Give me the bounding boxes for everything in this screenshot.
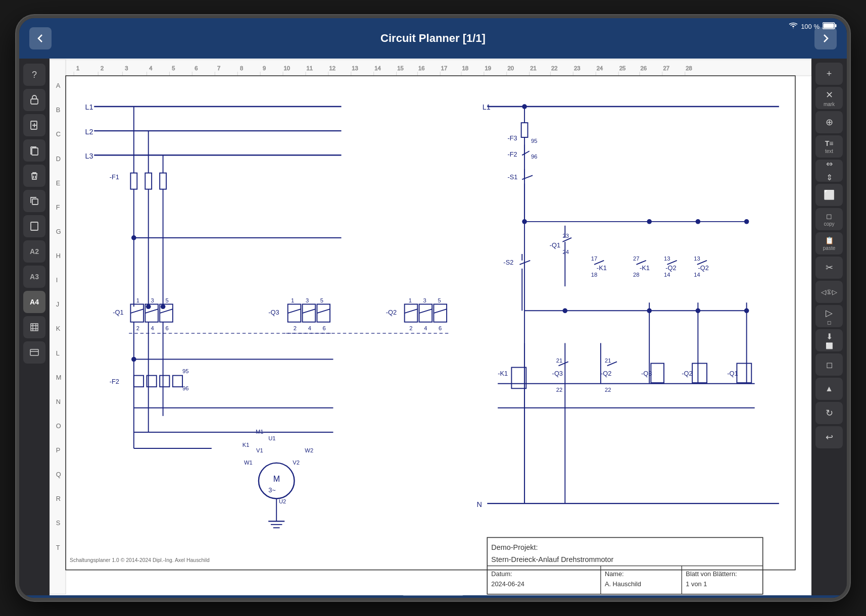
- svg-text:I: I: [56, 276, 58, 284]
- back-button[interactable]: [29, 27, 52, 49]
- svg-text:20: 20: [507, 65, 513, 71]
- battery-text: 100 %: [801, 23, 820, 30]
- svg-text:7: 7: [217, 65, 220, 71]
- svg-text:22: 22: [556, 387, 562, 393]
- align-down-button[interactable]: ⬇ ⬜: [815, 329, 843, 351]
- left-sidebar: ?: [19, 59, 50, 595]
- svg-text:-Q1: -Q1: [113, 309, 123, 316]
- svg-point-250: [522, 219, 527, 224]
- svg-text:26: 26: [641, 65, 647, 71]
- align-frame-icon: ⬜: [826, 342, 833, 349]
- svg-text:14: 14: [694, 272, 700, 278]
- svg-text:2: 2: [294, 325, 297, 331]
- frame-icon: ⬜: [824, 189, 835, 200]
- svg-text:Q: Q: [56, 471, 61, 478]
- svg-text:H: H: [56, 252, 61, 260]
- svg-text:G: G: [56, 228, 61, 235]
- svg-rect-5: [32, 148, 38, 155]
- svg-point-249: [131, 357, 136, 362]
- mark-label: mark: [824, 101, 835, 107]
- svg-point-259: [161, 304, 166, 309]
- copy-button[interactable]: ◻ copy: [815, 208, 843, 230]
- duplicate-button[interactable]: [23, 190, 45, 212]
- cut-button[interactable]: ✂: [815, 256, 843, 279]
- copy-icon: ◻: [826, 212, 832, 220]
- svg-text:-Q2: -Q2: [601, 370, 611, 377]
- svg-text:6: 6: [195, 65, 198, 71]
- circle-plus-icon: ⊕: [826, 117, 833, 128]
- circle-add-button[interactable]: ⊕: [815, 111, 843, 133]
- delete-button[interactable]: [23, 165, 45, 187]
- svg-text:28: 28: [686, 65, 692, 71]
- svg-text:4: 4: [151, 325, 154, 331]
- add-page-button[interactable]: [23, 114, 45, 136]
- svg-text:4: 4: [424, 325, 427, 331]
- svg-text:2: 2: [136, 325, 139, 331]
- svg-point-254: [744, 309, 749, 314]
- svg-text:28: 28: [633, 272, 639, 278]
- back-arrow-button[interactable]: ↩: [815, 426, 843, 448]
- svg-text:3~: 3~: [268, 486, 276, 494]
- svg-text:V1: V1: [256, 447, 263, 453]
- svg-text:22: 22: [605, 387, 611, 393]
- svg-text:12: 12: [329, 65, 335, 71]
- mark-button[interactable]: ✕ mark: [815, 87, 843, 109]
- svg-text:D: D: [56, 155, 61, 163]
- layout-button[interactable]: [23, 341, 45, 364]
- svg-text:-Q2: -Q2: [682, 370, 692, 377]
- svg-text:13: 13: [664, 255, 670, 262]
- svg-text:C: C: [56, 130, 61, 138]
- expand-right-button[interactable]: ▷ ◻: [815, 305, 843, 327]
- svg-rect-7: [31, 222, 38, 230]
- svg-text:-Q1: -Q1: [727, 370, 738, 377]
- svg-text:P: P: [56, 446, 61, 454]
- svg-text:A. Hauschild: A. Hauschild: [605, 580, 641, 588]
- svg-text:-Q1: -Q1: [550, 241, 560, 249]
- svg-text:B: B: [56, 106, 61, 114]
- svg-text:-Q3: -Q3: [268, 309, 279, 316]
- small-square-button[interactable]: ◻: [815, 353, 843, 376]
- svg-rect-9: [30, 349, 38, 355]
- help-button[interactable]: ?: [23, 64, 45, 86]
- mark-icon: ✕: [826, 89, 833, 100]
- a2-button[interactable]: A2: [23, 240, 45, 263]
- rotate-button[interactable]: ↻: [815, 402, 843, 424]
- svg-text:W2: W2: [305, 447, 313, 453]
- canvas-area[interactable]: 1 2 3 4 5 6 7 8 9 10 11 12 13 14 15 16 1: [50, 59, 811, 595]
- paste-label: paste: [823, 245, 835, 251]
- a3-button[interactable]: A3: [23, 266, 45, 288]
- svg-text:-K1: -K1: [640, 264, 650, 272]
- svg-text:U2: U2: [279, 498, 286, 504]
- main-area: ?: [19, 59, 847, 595]
- svg-text:E: E: [56, 179, 61, 187]
- svg-text:3: 3: [423, 297, 426, 303]
- copy-page-button[interactable]: [23, 139, 45, 162]
- svg-text:4: 4: [308, 325, 311, 331]
- svg-text:U1: U1: [268, 435, 275, 441]
- tablet: 100 % Circuit Planner [1/1]: [16, 15, 850, 601]
- home-indicator: [403, 593, 463, 596]
- svg-text:18: 18: [462, 65, 468, 71]
- frame-button[interactable]: ⬜: [815, 184, 843, 206]
- blank-page-button[interactable]: [23, 215, 45, 237]
- back-arrow-icon: ↩: [826, 432, 833, 443]
- svg-text:5: 5: [320, 297, 323, 303]
- align-down-icon: ⬇: [826, 332, 833, 341]
- svg-text:2: 2: [101, 65, 104, 71]
- triangle-up-button[interactable]: ▲: [815, 378, 843, 400]
- text-button[interactable]: T≡ text: [815, 135, 843, 158]
- lock-button[interactable]: [23, 89, 45, 111]
- paste-button[interactable]: 📋 paste: [815, 232, 843, 254]
- small-square-icon: ◻: [826, 360, 833, 370]
- svg-text:-F2: -F2: [110, 378, 119, 385]
- svg-rect-3: [31, 99, 38, 104]
- a4-button[interactable]: A4: [23, 291, 45, 313]
- svg-text:-S1: -S1: [507, 173, 517, 181]
- grid-button[interactable]: [23, 316, 45, 338]
- resize-button[interactable]: ⇔ ⇕: [815, 160, 843, 182]
- add-element-button[interactable]: +: [815, 63, 843, 85]
- svg-text:95: 95: [531, 138, 537, 144]
- copy-label: copy: [824, 221, 834, 227]
- svg-text:-F1: -F1: [110, 173, 119, 181]
- number-button[interactable]: ◁①▷: [815, 281, 843, 303]
